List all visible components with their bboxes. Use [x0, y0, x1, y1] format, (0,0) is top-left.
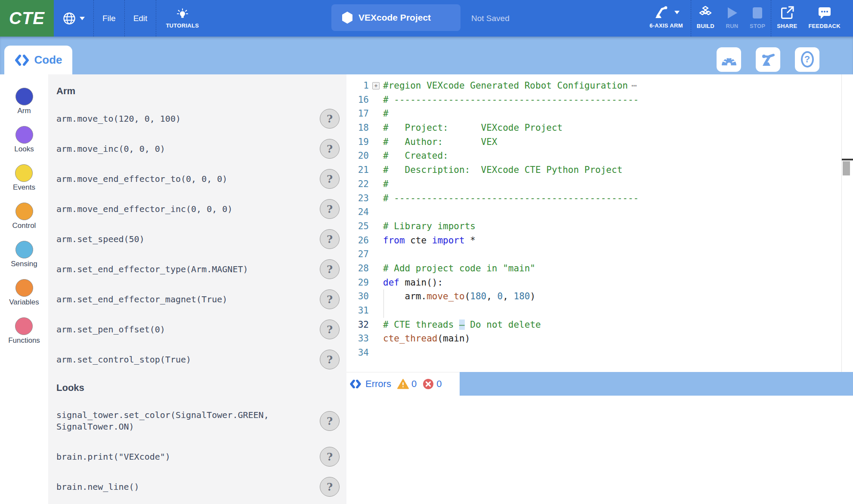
project-title-button[interactable]: VEXcode Project [331, 4, 460, 31]
line-number: 27 [346, 247, 369, 261]
robot-config-button[interactable] [756, 47, 780, 72]
palette-command[interactable]: brain.new_line()? [56, 472, 346, 502]
tab-errors[interactable]: Errors 0 0 [346, 372, 460, 396]
help-icon[interactable]: ? [320, 139, 340, 159]
code-line: 23# ------------------------------------… [346, 191, 853, 206]
toolbar-actions: 6-AXIS ARM BUILD [642, 0, 853, 37]
fold-gutter [369, 177, 383, 191]
sidebar-item-events[interactable]: Events [13, 164, 35, 192]
command-text: arm.move_inc(0, 0, 0) [56, 143, 297, 155]
collapsed-region-ellipsis-icon[interactable]: ⋯ [631, 80, 636, 91]
tab-code-label: Code [34, 53, 62, 67]
share-label: SHARE [777, 23, 797, 29]
code-editor[interactable]: 1+#region VEXcode Generated Robot Config… [346, 74, 853, 372]
sidebar-item-control[interactable]: Control [12, 203, 36, 230]
fold-gutter [369, 191, 383, 206]
help-icon[interactable]: ? [320, 259, 340, 279]
run-label: RUN [726, 23, 738, 29]
error-icon [423, 378, 434, 390]
tab-code[interactable]: Code [4, 46, 72, 74]
code-line: 26from cte import * [346, 234, 853, 248]
sidebar-item-sensing[interactable]: Sensing [11, 241, 37, 268]
help-icon[interactable]: ? [320, 229, 340, 249]
fold-gutter [369, 318, 383, 332]
code-line: 20# Created: [346, 149, 853, 163]
category-circle-icon [15, 203, 33, 220]
code-brackets-icon [15, 55, 29, 66]
feedback-bubble-icon [817, 5, 832, 21]
fold-gutter [369, 219, 383, 234]
code-line: 16# ------------------------------------… [346, 93, 853, 107]
code-line: 24 [346, 205, 853, 219]
help-icon[interactable]: ? [320, 169, 340, 189]
sidebar-item-variables[interactable]: Variables [9, 279, 39, 307]
editor-column: 1+#region VEXcode Generated Robot Config… [346, 74, 853, 504]
palette-command[interactable]: arm.move_end_effector_to(0, 0, 0)? [56, 164, 346, 194]
device-selector[interactable]: 6-AXIS ARM [642, 0, 691, 37]
palette-command[interactable]: arm.set_end_effector_magnet(True)? [56, 284, 346, 314]
line-text: # CTE threads – Do not delete [383, 318, 541, 332]
globe-icon [62, 12, 76, 25]
palette-command[interactable]: brain.print("VEXcode")? [56, 442, 346, 472]
build-button[interactable]: BUILD [691, 0, 720, 37]
palette-command[interactable]: arm.set_speed(50)? [56, 224, 346, 254]
file-menu[interactable]: File [94, 0, 124, 37]
code-line: 18# Project: VEXcode Project [346, 121, 853, 135]
code-line: 33cte_thread(main) [346, 332, 853, 346]
category-label: Looks [14, 145, 34, 154]
command-text: brain.print("VEXcode") [56, 451, 297, 463]
help-icon[interactable]: ? [320, 199, 340, 219]
palette-command[interactable]: arm.move_end_effector_inc(0, 0, 0)? [56, 194, 346, 224]
code-line: 21# Description: VEXcode CTE Python Proj… [346, 163, 853, 177]
edit-menu[interactable]: Edit [125, 0, 156, 37]
palette-command[interactable]: arm.set_end_effector_type(Arm.MAGNET)? [56, 254, 346, 284]
sidebar-item-arm[interactable]: Arm [15, 88, 33, 115]
dashboard-button[interactable] [717, 47, 741, 72]
help-icon[interactable]: ? [320, 109, 340, 129]
sidebar-item-functions[interactable]: Functions [8, 317, 40, 345]
sub-toolbar: Code [0, 37, 853, 74]
question-mark-icon: ? [801, 51, 814, 68]
code-line: 1+#region VEXcode Generated Robot Config… [346, 79, 853, 93]
fold-toggle-icon[interactable]: + [372, 82, 380, 89]
help-icon[interactable]: ? [320, 350, 340, 369]
line-text: from cte import * [383, 234, 476, 248]
line-text: # --------------------------------------… [383, 191, 639, 206]
line-number: 18 [346, 121, 369, 135]
palette-command[interactable]: arm.move_to(120, 0, 100)? [56, 104, 346, 134]
indent-guide-line [383, 289, 384, 304]
help-icon[interactable]: ? [320, 411, 340, 431]
code-line: 30 arm.move_to(180, 0, 180) [346, 289, 853, 304]
palette-command[interactable]: arm.set_control_stop(True)? [56, 344, 346, 375]
line-number: 32 [346, 318, 369, 332]
scrollbar-thumb[interactable] [843, 161, 850, 175]
share-button[interactable]: SHARE [771, 0, 803, 37]
palette-command[interactable]: signal_tower.set_color(SignalTower.GREEN… [56, 400, 346, 442]
stop-label: STOP [750, 23, 765, 29]
help-icon[interactable]: ? [320, 320, 340, 339]
command-text: arm.set_speed(50) [56, 234, 297, 245]
help-button[interactable]: ? [795, 47, 819, 72]
language-menu[interactable] [54, 0, 93, 37]
code-line: 34 [346, 346, 853, 360]
sidebar-item-looks[interactable]: Looks [14, 126, 34, 154]
line-number: 25 [346, 219, 369, 234]
help-icon[interactable]: ? [320, 447, 340, 467]
help-icon[interactable]: ? [320, 289, 340, 309]
line-number: 29 [346, 276, 369, 290]
palette-command[interactable]: arm.move_inc(0, 0, 0)? [56, 134, 346, 164]
fold-gutter [369, 234, 383, 248]
code-line: 19# Author: VEX [346, 135, 853, 149]
palette-section-title: Looks [56, 382, 346, 395]
command-text: arm.move_end_effector_to(0, 0, 0) [56, 173, 297, 185]
tutorials-button[interactable]: TUTORIALS [156, 0, 208, 37]
help-icon[interactable]: ? [320, 477, 340, 497]
command-text: arm.set_end_effector_type(Arm.MAGNET) [56, 264, 297, 275]
line-number: 31 [346, 304, 369, 318]
palette-command[interactable]: arm.set_pen_offset(0)? [56, 314, 346, 344]
fold-gutter [369, 107, 383, 121]
robot-arm-icon [653, 5, 668, 20]
chevron-down-icon [80, 17, 85, 20]
feedback-button[interactable]: FEEDBACK [803, 0, 846, 37]
fold-gutter [369, 93, 383, 107]
